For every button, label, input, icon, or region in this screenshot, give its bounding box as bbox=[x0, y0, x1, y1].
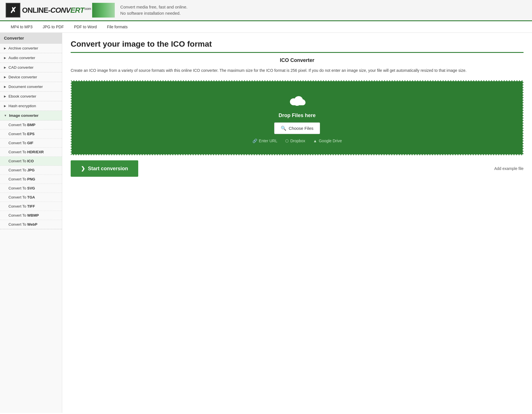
sidebar-sub-jpg[interactable]: Convert To JPG bbox=[0, 166, 62, 175]
converter-description: Create an ICO image from a variety of so… bbox=[71, 67, 524, 74]
search-icon: 🔍 bbox=[281, 126, 286, 131]
sidebar-label: Archive converter bbox=[8, 46, 38, 50]
sidebar-label: Device converter bbox=[8, 75, 37, 79]
sidebar-label: Hash encryption bbox=[8, 104, 36, 108]
format-label: WBMP bbox=[27, 213, 39, 217]
sidebar-sub-gif[interactable]: Convert To GIF bbox=[0, 139, 62, 148]
tagline-line1: Convert media free, fast and online. bbox=[120, 4, 188, 10]
sidebar-sub-tga[interactable]: Convert To TGA bbox=[0, 193, 62, 202]
arrow-icon: ▶ bbox=[4, 104, 6, 107]
start-conversion-label: Start conversion bbox=[88, 166, 128, 172]
sidebar-sub-ico[interactable]: Convert To ICO bbox=[0, 157, 62, 166]
enter-url-link[interactable]: 🔗 Enter URL bbox=[252, 139, 277, 143]
sidebar-sub-tiff[interactable]: Convert To TIFF bbox=[0, 202, 62, 211]
choose-files-label: Choose Files bbox=[289, 126, 313, 131]
dropzone[interactable]: Drop Files here 🔍 Choose Files 🔗 Enter U… bbox=[71, 80, 524, 155]
arrow-down-icon: ▼ bbox=[4, 114, 7, 117]
sidebar-item-hash-encryption[interactable]: ▶ Hash encryption bbox=[0, 101, 62, 111]
format-label: PNG bbox=[27, 177, 35, 181]
format-label: GIF bbox=[27, 141, 33, 145]
dropbox-link[interactable]: ⬡ Dropbox bbox=[285, 139, 305, 143]
navbar: MP4 to MP3 JPG to PDF PDF to Word File f… bbox=[0, 21, 532, 33]
sidebar-label: CAD converter bbox=[8, 65, 34, 70]
dropbox-icon: ⬡ bbox=[285, 139, 289, 143]
arrow-icon: ▶ bbox=[4, 95, 6, 98]
format-label: BMP bbox=[27, 123, 35, 127]
sidebar-label: Audio converter bbox=[8, 56, 35, 60]
arrow-icon: ▶ bbox=[4, 56, 6, 59]
sidebar-label: Ebook converter bbox=[8, 94, 36, 98]
dropbox-label: Dropbox bbox=[290, 139, 305, 143]
chevron-right-icon: ❯ bbox=[81, 165, 85, 172]
sidebar-sub-wbmp[interactable]: Convert To WBMP bbox=[0, 211, 62, 220]
format-label: HDR/EXR bbox=[27, 150, 44, 154]
sidebar-sub-bmp[interactable]: Convert To BMP bbox=[0, 120, 62, 130]
logo[interactable]: ✗ ONLINE-CONVERT.com bbox=[6, 3, 115, 18]
logo-text-area: ONLINE-CONVERT.com bbox=[20, 3, 115, 18]
converter-section: ICO Converter Create an ICO image from a… bbox=[71, 57, 524, 74]
sidebar-sub-items: Convert To BMP Convert To EPS Convert To… bbox=[0, 120, 62, 229]
nav-jpg-to-pdf[interactable]: JPG to PDF bbox=[38, 21, 69, 33]
sidebar-item-cad-converter[interactable]: ▶ CAD converter bbox=[0, 63, 62, 72]
layout: Converter ▶ Archive converter ▶ Audio co… bbox=[0, 33, 532, 413]
sidebar-title: Converter bbox=[0, 33, 62, 44]
header-tagline: Convert media free, fast and online. No … bbox=[120, 4, 188, 17]
dropzone-links: 🔗 Enter URL ⬡ Dropbox ▲ Google Drive bbox=[77, 139, 517, 143]
format-label: SVG bbox=[27, 186, 35, 190]
sidebar-item-ebook-converter[interactable]: ▶ Ebook converter bbox=[0, 92, 62, 101]
logo-text: ONLINE-CONVERT.com bbox=[22, 6, 91, 15]
start-conversion-button[interactable]: ❯ Start conversion bbox=[71, 160, 138, 177]
google-drive-link[interactable]: ▲ Google Drive bbox=[313, 139, 342, 143]
arrow-icon: ▶ bbox=[4, 76, 6, 79]
site-header: ✗ ONLINE-CONVERT.com Convert media free,… bbox=[0, 0, 532, 21]
sidebar-item-image-converter[interactable]: ▼ Image converter bbox=[0, 111, 62, 120]
upload-cloud-icon bbox=[287, 92, 307, 109]
google-drive-icon: ▲ bbox=[313, 139, 317, 143]
google-drive-label: Google Drive bbox=[319, 139, 342, 143]
sidebar: Converter ▶ Archive converter ▶ Audio co… bbox=[0, 33, 62, 413]
arrow-icon: ▶ bbox=[4, 85, 6, 88]
sidebar-sub-png[interactable]: Convert To PNG bbox=[0, 175, 62, 184]
add-example-file[interactable]: Add example file bbox=[494, 166, 524, 171]
format-label: TIFF bbox=[27, 204, 35, 208]
arrow-icon: ▶ bbox=[4, 47, 6, 50]
format-label: JPG bbox=[27, 168, 34, 172]
sidebar-label: Image converter bbox=[9, 113, 38, 118]
link-icon: 🔗 bbox=[252, 139, 257, 143]
format-label: WebP bbox=[27, 222, 37, 227]
main-content: Convert your image to the ICO format ICO… bbox=[62, 33, 532, 413]
enter-url-label: Enter URL bbox=[259, 139, 277, 143]
sidebar-sub-hdr[interactable]: Convert To HDR/EXR bbox=[0, 148, 62, 157]
drop-text: Drop Files here bbox=[77, 113, 517, 118]
logo-icon: ✗ bbox=[6, 3, 20, 18]
sidebar-sub-svg[interactable]: Convert To SVG bbox=[0, 184, 62, 193]
format-label: TGA bbox=[27, 195, 35, 199]
logo-green-bar bbox=[92, 3, 115, 18]
sidebar-sub-webp[interactable]: Convert To WebP bbox=[0, 220, 62, 229]
arrow-icon: ▶ bbox=[4, 66, 6, 69]
format-label: ICO bbox=[27, 159, 34, 163]
sidebar-sub-eps[interactable]: Convert To EPS bbox=[0, 130, 62, 139]
converter-info: ICO Converter Create an ICO image from a… bbox=[71, 57, 524, 74]
sidebar-item-audio-converter[interactable]: ▶ Audio converter bbox=[0, 53, 62, 63]
choose-files-button[interactable]: 🔍 Choose Files bbox=[274, 122, 320, 134]
sidebar-item-archive-converter[interactable]: ▶ Archive converter bbox=[0, 44, 62, 53]
page-title: Convert your image to the ICO format bbox=[71, 40, 524, 53]
conversion-row: ❯ Start conversion Add example file bbox=[71, 160, 524, 177]
sidebar-label: Document converter bbox=[8, 85, 43, 89]
nav-pdf-to-word[interactable]: PDF to Word bbox=[69, 21, 102, 33]
nav-mp4-to-mp3[interactable]: MP4 to MP3 bbox=[6, 21, 38, 33]
converter-heading: ICO Converter bbox=[71, 57, 524, 63]
format-label: EPS bbox=[27, 132, 34, 136]
tagline-line2: No software installation needed. bbox=[120, 10, 188, 17]
sidebar-item-document-converter[interactable]: ▶ Document converter bbox=[0, 82, 62, 92]
nav-file-formats[interactable]: File formats bbox=[102, 21, 133, 33]
sidebar-item-device-converter[interactable]: ▶ Device converter bbox=[0, 72, 62, 82]
